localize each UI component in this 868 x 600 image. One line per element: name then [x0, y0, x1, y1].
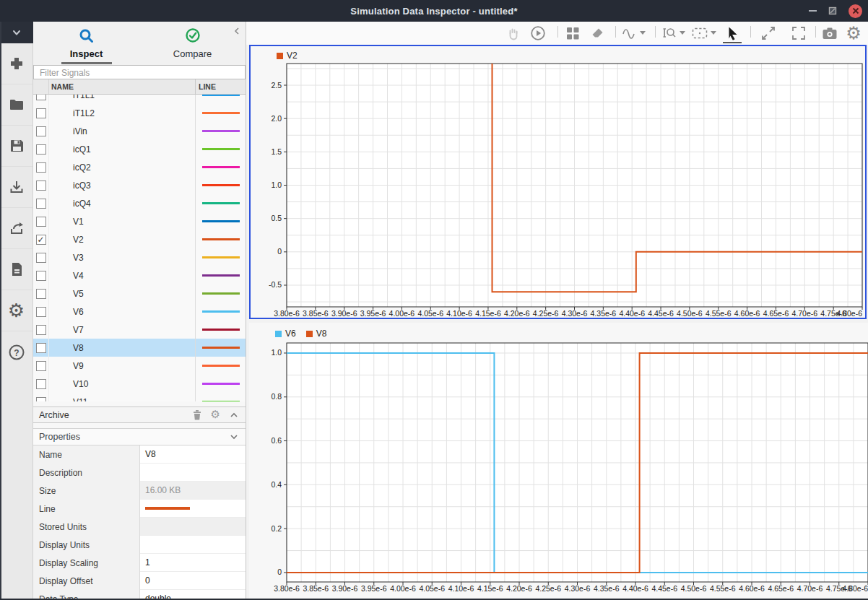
bottom-subplot[interactable]: V6V8 3.80e-63.85e-63.90e-63.95e-64.00e-6…	[249, 323, 868, 600]
fit-view-icon	[690, 25, 708, 42]
preferences-button[interactable]: ⚙	[0, 290, 32, 331]
fullscreen-button[interactable]	[790, 25, 807, 42]
signal-row[interactable]: V8	[33, 339, 246, 357]
collapse-view-button[interactable]	[760, 25, 777, 42]
signal-checkbox[interactable]	[33, 212, 49, 230]
signal-checkbox[interactable]	[33, 122, 49, 140]
signal-checkbox[interactable]	[33, 321, 49, 339]
signal-checkbox[interactable]	[33, 339, 49, 357]
subplot-layout-button[interactable]	[564, 25, 581, 42]
signal-row[interactable]: iT1L2	[33, 104, 246, 122]
export-button[interactable]	[0, 208, 32, 249]
pan-tool-button[interactable]	[504, 25, 521, 42]
signal-row[interactable]: icQ4	[33, 194, 246, 212]
signal-row[interactable]: V4	[33, 266, 246, 284]
signal-checkbox[interactable]	[33, 357, 49, 375]
signal-checkbox[interactable]	[33, 284, 49, 303]
signal-row[interactable]: V5	[33, 284, 246, 303]
signal-wave-button[interactable]	[621, 25, 638, 42]
signal-checkbox[interactable]	[33, 176, 49, 194]
property-value[interactable]	[140, 536, 246, 554]
signal-line-swatch	[202, 166, 240, 168]
eraser-icon	[589, 25, 605, 41]
property-value[interactable]: 1	[140, 554, 246, 572]
signal-row[interactable]: V1	[33, 212, 246, 230]
signal-row[interactable]: iVin	[33, 122, 246, 140]
fit-to-view-button[interactable]	[690, 25, 708, 42]
signal-checkbox[interactable]: ✓	[33, 230, 49, 248]
replay-button[interactable]	[529, 25, 547, 42]
open-button[interactable]	[0, 84, 32, 126]
signal-checkbox[interactable]	[33, 266, 49, 284]
signal-row[interactable]: icQ2	[33, 158, 246, 176]
zoom-in-time-button[interactable]	[661, 25, 678, 42]
filter-signals-box[interactable]	[33, 65, 246, 79]
pointer-tool-button[interactable]	[724, 25, 741, 42]
signal-row[interactable]: V7	[33, 321, 246, 339]
signal-checkbox[interactable]	[33, 393, 49, 401]
signal-checkbox[interactable]	[33, 303, 49, 321]
signal-row[interactable]: icQ1	[33, 140, 246, 158]
top-plot-canvas[interactable]: 3.80e-63.85e-63.90e-63.95e-64.00e-64.05e…	[251, 46, 865, 318]
archive-settings-button[interactable]: ⚙	[211, 409, 220, 420]
toolbar-separator	[815, 26, 816, 38]
signal-row[interactable]: V11	[33, 393, 246, 401]
bottom-plot-canvas[interactable]: 3.80e-63.85e-63.90e-63.95e-64.00e-64.05e…	[249, 323, 868, 600]
zoom-dropdown-caret[interactable]	[680, 31, 685, 35]
close-button[interactable]	[849, 4, 862, 18]
signal-row[interactable]: V10	[33, 375, 246, 393]
signal-checkbox[interactable]	[33, 140, 49, 158]
tab-compare[interactable]: Compare	[139, 22, 246, 65]
top-plot-legend[interactable]: V2	[277, 51, 298, 61]
signal-row[interactable]: icQ3	[33, 176, 246, 194]
legend-item[interactable]: V6	[275, 329, 296, 339]
properties-expand-button[interactable]	[229, 432, 239, 441]
menu-corner[interactable]	[0, 22, 33, 43]
maximize-button[interactable]	[828, 6, 837, 15]
signal-checkbox[interactable]	[33, 104, 49, 122]
snapshot-button[interactable]	[821, 25, 838, 42]
property-value[interactable]: 16.00 KB	[140, 482, 246, 500]
filter-signals-input[interactable]	[34, 66, 251, 79]
header-name[interactable]: NAME	[49, 82, 195, 91]
signal-checkbox[interactable]	[33, 95, 49, 104]
plot-settings-button[interactable]: ⚙	[845, 25, 862, 42]
wave-dropdown-caret[interactable]	[640, 31, 646, 35]
signal-row[interactable]: iT1L1	[33, 95, 246, 104]
erase-button[interactable]	[589, 25, 606, 42]
collapse-sidebar-button[interactable]	[232, 26, 242, 36]
property-value[interactable]	[140, 464, 246, 482]
tab-inspect[interactable]: Inspect	[33, 22, 139, 65]
signal-row[interactable]: V9	[33, 357, 246, 375]
save-button[interactable]	[0, 126, 32, 167]
svg-text:4.45e-6: 4.45e-6	[651, 584, 677, 593]
legend-item[interactable]: V2	[277, 51, 298, 61]
property-row: Description	[33, 464, 246, 482]
property-value[interactable]	[140, 518, 246, 536]
archive-collapse-button[interactable]	[229, 411, 239, 419]
signal-checkbox[interactable]	[33, 158, 49, 176]
new-button[interactable]	[0, 43, 32, 84]
signal-checkbox[interactable]	[33, 375, 49, 393]
signal-row[interactable]: ✓V2	[33, 230, 246, 248]
property-value[interactable]	[140, 500, 246, 518]
bottom-plot-legend[interactable]: V6V8	[275, 329, 326, 339]
fit-dropdown-caret[interactable]	[711, 31, 716, 35]
top-subplot[interactable]: V2 3.80e-63.85e-63.90e-63.95e-64.00e-64.…	[249, 45, 867, 319]
report-button[interactable]	[0, 249, 32, 290]
property-value[interactable]: V8	[140, 445, 246, 464]
archive-trash-button[interactable]	[192, 409, 202, 420]
signal-row[interactable]: V3	[33, 248, 246, 266]
help-button[interactable]: ?	[0, 331, 32, 373]
properties-bar[interactable]: Properties	[33, 428, 246, 445]
archive-bar[interactable]: Archive ⚙	[33, 406, 246, 423]
signal-checkbox[interactable]	[33, 194, 49, 212]
header-line[interactable]: LINE	[195, 79, 246, 94]
signal-checkbox[interactable]	[33, 248, 49, 266]
signal-row[interactable]: V6	[33, 303, 246, 321]
minimize-button[interactable]	[809, 10, 817, 12]
legend-item[interactable]: V8	[306, 329, 327, 339]
property-value[interactable]: 0	[140, 572, 246, 590]
import-button[interactable]	[0, 167, 32, 208]
signal-table-header[interactable]: NAME LINE	[33, 79, 246, 95]
